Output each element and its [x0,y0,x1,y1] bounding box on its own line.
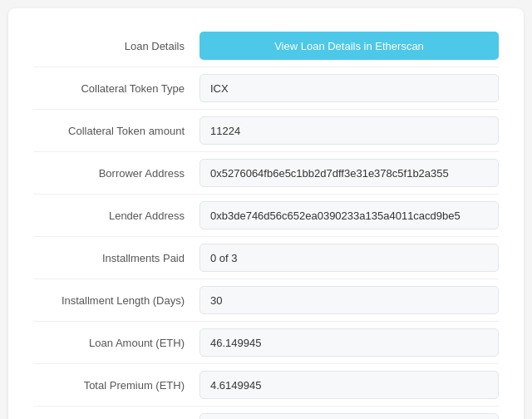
row-loan-details: Loan DetailsView Loan Details in Ethersc… [33,25,499,67]
row-lender-address: Lender Address0xb3de746d56c652ea0390233a… [33,195,499,237]
value-next-installment-due: 30 [200,413,499,419]
loan-details-card: Loan DetailsView Loan Details in Ethersc… [8,8,524,419]
label-collateral-token-type: Collateral Token Type [33,82,200,95]
label-loan-details: Loan Details [33,40,200,52]
value-total-premium: 4.6149945 [200,371,499,399]
label-lender-address: Lender Address [33,210,200,222]
value-lender-address: 0xb3de746d56c652ea0390233a135a4011cacd9b… [200,201,499,229]
row-borrower-address: Borrower Address0x5276064fb6e5c1bb2d7dff… [33,152,499,195]
row-installment-length: Installment Length (Days)30 [33,279,499,322]
label-installment-length: Installment Length (Days) [33,294,200,307]
value-loan-amount: 46.149945 [200,328,499,357]
value-borrower-address: 0x5276064fb6e5c1bb2d7dff3e31e378c5f1b2a3… [200,159,499,187]
row-total-premium: Total Premium (ETH)4.6149945 [33,364,499,407]
label-loan-amount: Loan Amount (ETH) [33,337,200,349]
row-installments-paid: Installments Paid0 of 3 [33,237,499,279]
label-borrower-address: Borrower Address [33,167,200,180]
label-collateral-token-amount: Collateral Token amount [33,125,200,137]
label-total-premium: Total Premium (ETH) [33,379,200,392]
row-next-installment-due: Next Installment Due (Days)30 [33,407,499,419]
value-installment-length: 30 [200,286,499,314]
value-collateral-token-type: ICX [200,74,499,102]
value-installments-paid: 0 of 3 [200,244,499,272]
value-collateral-token-amount: 11224 [200,116,499,145]
row-collateral-token-type: Collateral Token TypeICX [33,67,499,110]
row-collateral-token-amount: Collateral Token amount11224 [33,110,499,152]
row-loan-amount: Loan Amount (ETH)46.149945 [33,322,499,364]
label-installments-paid: Installments Paid [33,252,200,264]
view-etherscan-button[interactable]: View Loan Details in Etherscan [200,32,499,60]
